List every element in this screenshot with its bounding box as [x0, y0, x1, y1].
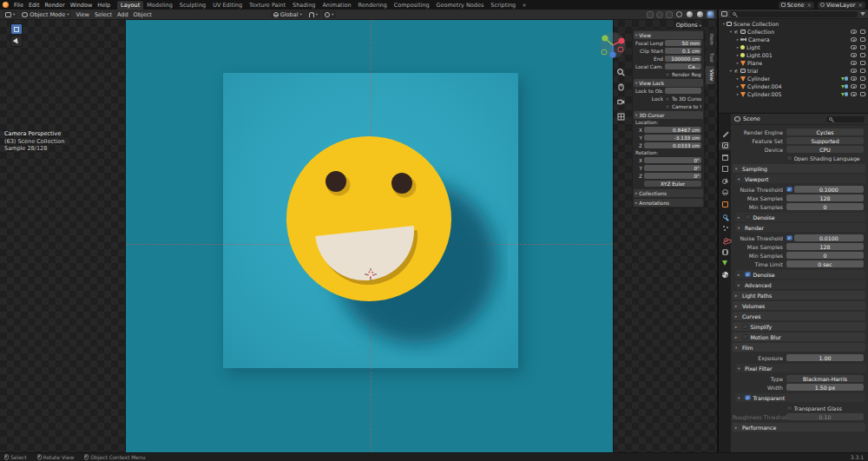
field-value-roughness-threshold[interactable]: 0.10 — [786, 413, 864, 420]
properties-search-input[interactable] — [826, 116, 865, 122]
field-value-min-samples[interactable]: 0 — [786, 252, 864, 259]
menu-window[interactable]: Window — [68, 2, 95, 9]
workspace-tab-animation[interactable]: Animation — [319, 1, 354, 10]
disable-render-camera-icon[interactable] — [860, 45, 865, 49]
cursor-tool[interactable] — [10, 36, 23, 47]
checkbox-simplify[interactable] — [742, 324, 748, 330]
panel-header-performance[interactable]: ▸Performance — [733, 423, 865, 431]
shading-rendered-button[interactable] — [707, 10, 714, 18]
panel-header-simplify[interactable]: ▸Simplify — [733, 322, 865, 331]
collection-checkbox[interactable]: ✓ — [733, 69, 739, 74]
field-value-lock-to-ob[interactable] — [665, 88, 701, 94]
scene-selector[interactable]: Scene × — [779, 2, 814, 9]
workspace-tab-layout[interactable]: Layout — [117, 1, 143, 10]
field-value-end[interactable]: 100000 cm — [665, 56, 701, 62]
outliner-row-scene-collection[interactable]: ▾Scene Collection — [719, 20, 868, 28]
disable-render-camera-icon[interactable] — [860, 92, 865, 96]
shading-material-button[interactable] — [696, 10, 704, 18]
field-value-noise-threshold[interactable]: 0.1000 — [794, 186, 865, 193]
menu-edit[interactable]: Edit — [26, 2, 43, 9]
disable-render-camera-icon[interactable] — [860, 53, 865, 57]
workspace-tab-rendering[interactable]: Rendering — [355, 1, 391, 10]
view-layer-selector[interactable]: ViewLayer × — [818, 2, 865, 9]
show-overlays-toggle[interactable] — [656, 11, 663, 18]
panel-header-3d-cursor[interactable]: ▾3D Cursor — [634, 111, 703, 119]
viewport-menu-object[interactable]: Object — [131, 11, 155, 18]
field-value-time-limit[interactable]: 0 sec — [786, 260, 864, 267]
panel-header-render[interactable]: ▾Render — [735, 223, 865, 232]
outliner-editor-icon[interactable] — [721, 11, 727, 16]
disable-render-camera-icon[interactable] — [860, 30, 865, 34]
field-value-render-engine[interactable]: Cycles — [786, 128, 864, 135]
checkbox-noise-threshold[interactable]: ✓ — [786, 235, 792, 241]
properties-tab-object-data[interactable] — [719, 259, 731, 267]
move-view-hand-icon[interactable] — [617, 83, 625, 91]
checkbox-transparent-glass[interactable] — [786, 405, 792, 412]
properties-tab-object[interactable] — [719, 200, 731, 208]
menu-file[interactable]: File — [11, 2, 26, 9]
viewport-menu-select[interactable]: Select — [92, 11, 115, 18]
properties-tab-output[interactable] — [719, 153, 731, 161]
hide-viewport-eye-icon[interactable] — [851, 30, 857, 34]
hide-viewport-eye-icon[interactable] — [851, 45, 857, 49]
workspace-tab-texture-paint[interactable]: Texture Paint — [246, 1, 289, 10]
properties-tab-material[interactable] — [719, 270, 731, 279]
shading-solid-button[interactable] — [686, 10, 694, 18]
mode-dropdown[interactable]: Object Mode ▾ — [19, 10, 71, 18]
outliner-row-camera[interactable]: ▸Camera — [719, 36, 868, 43]
viewport-options-button[interactable]: Options ▾ — [676, 22, 701, 29]
outliner-row-cylinder-004[interactable]: ▸Cylinder.004 — [719, 82, 868, 90]
panel-header-curves[interactable]: ▸Curves — [733, 312, 865, 320]
panel-header-annotations[interactable]: ▸Annotations — [634, 199, 703, 207]
checkbox-denoise[interactable] — [745, 214, 751, 221]
transform-orientation-dropdown[interactable]: Global ▾ — [271, 10, 305, 18]
navigation-gizmo[interactable] — [599, 31, 627, 59]
panel-header-light-paths[interactable]: ▸Light Paths — [733, 291, 865, 300]
panel-header-pixel-filter[interactable]: ▾Pixel Filter — [735, 364, 865, 372]
collection-checkbox[interactable]: ✓ — [733, 30, 739, 35]
unlink-scene-icon[interactable]: × — [807, 2, 812, 9]
show-gizmo-toggle[interactable] — [647, 11, 654, 18]
filter-icon[interactable] — [860, 12, 865, 16]
proportional-editing-toggle[interactable]: ▾ — [322, 10, 336, 18]
axis-value[interactable]: 0° — [644, 173, 701, 179]
panel-header-advanced[interactable]: ▸Advanced — [735, 280, 865, 289]
outliner-search-input[interactable] — [730, 11, 858, 17]
hide-viewport-eye-icon[interactable] — [851, 69, 857, 73]
checkbox-motion-blur[interactable] — [742, 334, 748, 340]
field-value-width[interactable]: 1.50 px — [786, 384, 864, 391]
workspace-tab-shading[interactable]: Shading — [289, 1, 319, 10]
rotation-order-dropdown[interactable]: XYZ Euler — [644, 181, 701, 187]
disable-render-camera-icon[interactable] — [860, 76, 865, 81]
disable-render-camera-icon[interactable] — [860, 84, 865, 89]
checkbox-render-region[interactable] — [665, 72, 670, 77]
snap-toggle[interactable]: ▾ — [306, 10, 320, 18]
disable-render-camera-icon[interactable] — [860, 37, 865, 42]
panel-header-film[interactable]: ▾Film — [733, 343, 865, 352]
hide-viewport-eye-icon[interactable] — [851, 76, 857, 81]
checkbox-camera-to-vi[interactable] — [665, 104, 670, 109]
field-value-device[interactable]: CPU — [786, 146, 864, 153]
properties-tab-view-layer[interactable] — [719, 165, 731, 174]
menu-render[interactable]: Render — [42, 2, 67, 9]
properties-tab-particles[interactable] — [719, 223, 731, 232]
outliner-row-plane[interactable]: ▸Plane — [719, 59, 868, 67]
panel-header-denoise[interactable]: ▸Denoise — [735, 213, 865, 221]
workspace-tab-geometry-nodes[interactable]: Geometry Nodes — [433, 1, 488, 10]
outliner-row-cylinder[interactable]: ▸Cylinder — [719, 75, 868, 82]
workspace-tab-uv-editing[interactable]: UV Editing — [209, 1, 246, 10]
panel-header-denoise[interactable]: ▸✓Denoise — [735, 270, 865, 279]
field-value-type[interactable]: Blackman-Harris — [786, 375, 864, 382]
smiley-face-object[interactable] — [230, 80, 508, 358]
caret-right-icon[interactable]: ▸ — [735, 37, 740, 42]
hide-viewport-eye-icon[interactable] — [851, 84, 857, 89]
axis-value[interactable]: -3.133 cm — [644, 135, 701, 141]
panel-header-transparent[interactable]: ▾✓Transparent — [735, 393, 865, 402]
workspace-tab-scripting[interactable]: Scripting — [487, 1, 519, 10]
add-workspace-button[interactable]: + — [519, 2, 529, 9]
checkbox-to-3d-cursor[interactable] — [665, 96, 670, 102]
field-value-max-samples[interactable]: 128 — [786, 243, 864, 250]
properties-tab-scene[interactable] — [719, 176, 731, 185]
viewport-menu-view[interactable]: View — [73, 11, 91, 18]
hide-viewport-eye-icon[interactable] — [851, 92, 857, 96]
